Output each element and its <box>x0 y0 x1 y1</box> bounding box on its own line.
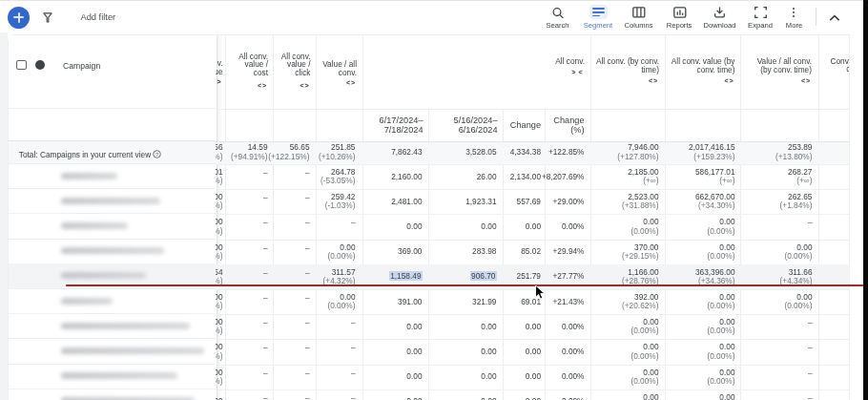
svg-text:?: ? <box>155 152 158 158</box>
